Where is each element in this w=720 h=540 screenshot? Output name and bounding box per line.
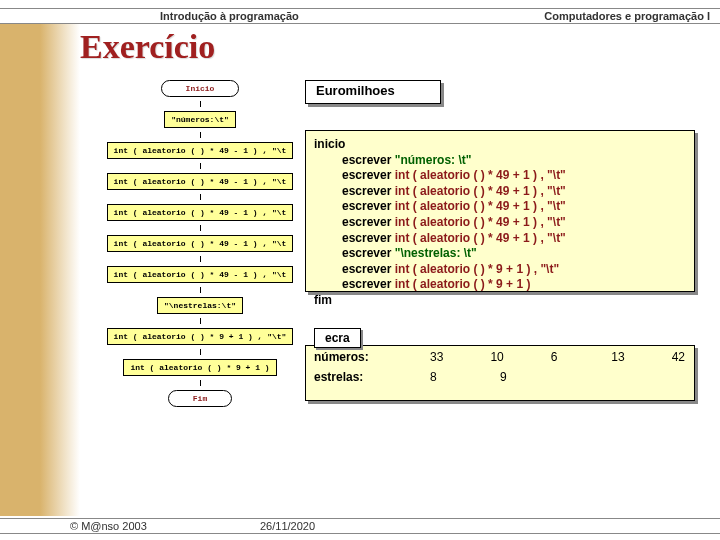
code-line: escrever "\nestrelas: \t" bbox=[342, 246, 686, 262]
flow-end: Fim bbox=[168, 390, 232, 407]
code-keyword-fim: fim bbox=[314, 293, 686, 309]
header-right: Computadores e programação I bbox=[544, 10, 710, 22]
code-line: escrever int ( aleatorio ( ) * 9 + 1 ) ,… bbox=[342, 262, 686, 278]
output-panel: ecra números: 33 10 6 13 42 estrelas: 8 … bbox=[305, 345, 695, 401]
flow-stmt: "\nestrelas:\t" bbox=[157, 297, 243, 314]
code-line: escrever int ( aleatorio ( ) * 49 + 1 ) … bbox=[342, 168, 686, 184]
output-row-estrelas: estrelas: 8 9 bbox=[314, 370, 686, 384]
flow-connector bbox=[200, 163, 201, 169]
output-value: 8 bbox=[430, 370, 454, 384]
code-line: escrever int ( aleatorio ( ) * 49 + 1 ) … bbox=[342, 215, 686, 231]
output-value: 13 bbox=[611, 350, 625, 364]
flow-stmt: int ( aleatorio ( ) * 49 - 1 ) , "\t bbox=[107, 235, 294, 252]
output-value: 33 bbox=[430, 350, 444, 364]
code-line: escrever int ( aleatorio ( ) * 49 + 1 ) … bbox=[342, 199, 686, 215]
flow-stmt: int ( aleatorio ( ) * 49 - 1 ) , "\t bbox=[107, 266, 294, 283]
flow-connector bbox=[200, 349, 201, 355]
flowchart: Início "números:\t" int ( aleatorio ( ) … bbox=[100, 80, 300, 407]
code-line: escrever int ( aleatorio ( ) * 9 + 1 ) bbox=[342, 277, 686, 293]
page-title: Exercício bbox=[80, 28, 215, 66]
flow-connector bbox=[200, 318, 201, 324]
footer-copyright: © M@nso 2003 bbox=[70, 520, 147, 532]
flow-connector bbox=[200, 101, 201, 107]
left-gradient bbox=[0, 24, 80, 516]
output-value: 10 bbox=[490, 350, 504, 364]
flow-connector bbox=[200, 194, 201, 200]
flow-stmt: "números:\t" bbox=[164, 111, 236, 128]
code-line: escrever int ( aleatorio ( ) * 49 + 1 ) … bbox=[342, 231, 686, 247]
flow-stmt: int ( aleatorio ( ) * 49 - 1 ) , "\t bbox=[107, 204, 294, 221]
output-row-numeros: números: 33 10 6 13 42 bbox=[314, 350, 686, 364]
code-line: escrever int ( aleatorio ( ) * 49 + 1 ) … bbox=[342, 184, 686, 200]
flow-connector bbox=[200, 380, 201, 386]
code-keyword-inicio: inicio bbox=[314, 137, 686, 153]
code-line: escrever "números: \t" bbox=[342, 153, 686, 169]
header-left: Introdução à programação bbox=[160, 10, 299, 22]
output-label: números: bbox=[314, 350, 384, 364]
flow-start: Início bbox=[161, 80, 240, 97]
flow-stmt: int ( aleatorio ( ) * 49 - 1 ) , "\t bbox=[107, 142, 294, 159]
flow-stmt: int ( aleatorio ( ) * 9 + 1 ) , "\t" bbox=[107, 328, 294, 345]
output-value: 9 bbox=[500, 370, 524, 384]
output-value: 42 bbox=[672, 350, 686, 364]
code-body: escrever "números: \t" escrever int ( al… bbox=[342, 153, 686, 293]
footer-date: 26/11/2020 bbox=[260, 520, 315, 532]
flow-stmt: int ( aleatorio ( ) * 9 + 1 ) bbox=[123, 359, 276, 376]
flow-connector bbox=[200, 287, 201, 293]
output-value: 6 bbox=[551, 350, 565, 364]
footer-band: © M@nso 2003 26/11/2020 bbox=[0, 518, 720, 534]
algorithm-title-box: Euromilhoes bbox=[305, 80, 441, 104]
header-band: Introdução à programação Computadores e … bbox=[0, 8, 720, 24]
flow-connector bbox=[200, 225, 201, 231]
algorithm-title: Euromilhoes bbox=[316, 83, 395, 98]
flow-connector bbox=[200, 132, 201, 138]
code-panel: inicio escrever "números: \t" escrever i… bbox=[305, 130, 695, 292]
flow-connector bbox=[200, 256, 201, 262]
flow-stmt: int ( aleatorio ( ) * 49 - 1 ) , "\t bbox=[107, 173, 294, 190]
output-panel-title: ecra bbox=[314, 328, 361, 348]
output-label: estrelas: bbox=[314, 370, 384, 384]
